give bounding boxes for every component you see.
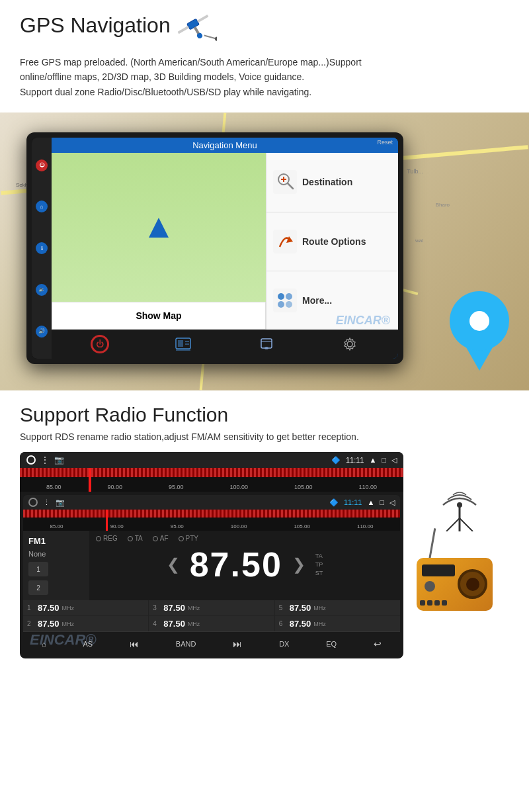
preset-cell-1[interactable]: 1 87.50 MHz — [23, 600, 148, 615]
pin-inner — [469, 311, 489, 331]
inner-freq-red — [23, 510, 400, 518]
preset-cell-6[interactable]: 6 87.50 MHz — [275, 616, 400, 631]
preset-cell-5[interactable]: 5 87.50 MHz — [275, 600, 400, 615]
radio-main-display: FM1 None 1 2 REG TA AF PTY — [23, 531, 400, 600]
screen-toolbar: ⏻ — [52, 330, 398, 359]
inner-status-bar: ⋮ 📷 🔷 11:11 ▲ □ ◁ — [23, 495, 400, 510]
svg-line-8 — [288, 183, 293, 189]
freq-105: 105.00 — [294, 484, 313, 490]
svg-point-15 — [286, 301, 292, 308]
inner-dot — [28, 498, 38, 507]
preset-freq-6: 87.50 — [290, 619, 311, 629]
preset-2-button[interactable]: 2 — [28, 580, 48, 595]
fm-label: FM1 — [28, 536, 46, 546]
toolbar-settings-button[interactable] — [340, 334, 360, 354]
nav-map: Show Map — [52, 153, 266, 330]
back-icon-outer[interactable]: ◁ — [391, 456, 397, 465]
more-label: More... — [302, 295, 332, 306]
inner-back-icon[interactable]: ◁ — [389, 498, 395, 507]
radio-title: Support Radio Function — [20, 404, 509, 426]
next-button[interactable]: ⏭ — [227, 639, 247, 649]
status-time: 11:11 — [346, 456, 364, 464]
reset-button[interactable]: Reset — [377, 139, 393, 146]
car-unit-inner: ⏻ ⌂ ℹ 🔉 🔊 Navigation Menu Reset — [32, 138, 398, 359]
current-frequency: 87.50 — [190, 545, 282, 584]
radio-mode-buttons: REG TA AF PTY — [96, 535, 393, 542]
inner-freq-100: 100.00 — [231, 523, 247, 529]
radio-section: Support Radio Function Support RDS renam… — [0, 390, 529, 665]
dx-button[interactable]: DX — [274, 640, 294, 648]
reg-mode-btn[interactable]: REG — [96, 535, 118, 542]
inner-status-right: 🔷 11:11 ▲ □ ◁ — [329, 498, 395, 507]
freq-next-button[interactable]: ❯ — [292, 555, 305, 574]
vol-up-button[interactable]: 🔊 — [36, 326, 48, 338]
radio-btn-3 — [434, 600, 440, 606]
gps-title: GPS Navigation — [20, 13, 171, 38]
freq-prev-button[interactable]: ❮ — [167, 555, 180, 574]
preset-num-4: 4 — [153, 620, 161, 627]
inner-signal-icon: ▲ — [367, 498, 374, 506]
vol-down-button[interactable]: 🔉 — [36, 284, 48, 296]
preset-num-2: 2 — [27, 620, 35, 627]
nav-menu: Destination Route Options — [266, 153, 398, 330]
eq-button[interactable]: EQ — [321, 640, 342, 648]
gps-description: Free GPS map preloaded. (North American/… — [20, 55, 509, 99]
toolbar-phone-button[interactable] — [257, 334, 276, 354]
preset-cell-4[interactable]: 4 87.50 MHz — [149, 616, 274, 631]
car-unit-wrapper: Chatha Sekhwan Kanoi Gajarpur Sajuma Nag… — [0, 113, 529, 390]
side-buttons: ⏻ ⌂ ℹ 🔉 🔊 — [32, 138, 52, 359]
preset-cell-2[interactable]: 2 87.50 MHz — [23, 616, 148, 631]
svg-rect-1 — [177, 26, 189, 34]
power-button[interactable]: ⏻ — [36, 159, 48, 171]
prev-button[interactable]: ⏮ — [124, 639, 144, 649]
destination-button[interactable]: Destination — [266, 153, 398, 212]
toolbar-media-button[interactable] — [173, 334, 193, 354]
inner-bluetooth-icon: 🔷 — [329, 498, 339, 507]
radio-frequency-display: ❮ 87.50 ❯ TA TP ST — [96, 545, 393, 584]
svg-rect-2 — [197, 15, 209, 23]
route-options-button[interactable]: Route Options — [266, 212, 398, 271]
menu-dots[interactable]: ⋮ — [41, 455, 49, 465]
ta-mode-btn[interactable]: TA — [128, 535, 143, 542]
preset-mhz-1: MHz — [62, 605, 75, 611]
radio-display: REG TA AF PTY ❮ 87.50 ❯ TA TP — [89, 531, 400, 600]
freq-90: 90.00 — [107, 484, 122, 490]
outer-status-bar: ⋮ 📷 🔷 11:11 ▲ □ ◁ — [20, 452, 403, 468]
inner-status-time: 11:11 — [344, 498, 362, 506]
destination-icon — [273, 170, 297, 194]
radio-speaker-inner — [466, 578, 479, 591]
freq-110: 110.00 — [358, 484, 377, 490]
pty-mode-btn[interactable]: PTY — [179, 535, 198, 542]
preset-num-3: 3 — [153, 604, 161, 611]
radio-display-screen — [422, 564, 455, 576]
status-left: ⋮ 📷 — [26, 455, 64, 465]
preset-mhz-5: MHz — [313, 605, 326, 611]
svg-point-28 — [457, 502, 462, 508]
radio-btn-1 — [420, 600, 425, 606]
preset-mhz-4: MHz — [188, 621, 200, 627]
tp-label: TP — [315, 561, 323, 568]
radio-knob — [425, 581, 435, 592]
radio-body-shape — [417, 558, 493, 611]
more-icon — [273, 289, 297, 312]
band-button[interactable]: BAND — [171, 640, 202, 648]
svg-point-14 — [278, 301, 284, 308]
inner-freq-bar: 85.00 90.00 95.00 100.00 105.00 110.00 — [23, 510, 400, 531]
preset-mhz-2: MHz — [62, 621, 75, 627]
eincar-radio-watermark: EINCAR® — [30, 631, 97, 649]
inner-freq-90: 90.00 — [110, 523, 124, 529]
navigation-menu-title: Navigation Menu — [192, 140, 257, 150]
window-icon: □ — [382, 456, 386, 464]
svg-point-13 — [286, 293, 292, 300]
back-button[interactable]: ↩ — [368, 639, 387, 649]
preset-1-button[interactable]: 1 — [28, 562, 48, 576]
info-side-button[interactable]: ℹ — [36, 242, 48, 254]
inner-menu-dots[interactable]: ⋮ — [43, 498, 50, 507]
home-side-button[interactable]: ⌂ — [36, 201, 48, 212]
toolbar-power-button[interactable]: ⏻ — [90, 334, 110, 354]
preset-cell-3[interactable]: 3 87.50 MHz — [149, 600, 274, 615]
freq-labels-outer: 85.00 90.00 95.00 100.00 105.00 110.00 — [20, 484, 403, 490]
show-map-button[interactable]: Show Map — [52, 302, 266, 330]
af-mode-btn[interactable]: AF — [153, 535, 169, 542]
preset-freq-5: 87.50 — [290, 603, 311, 613]
